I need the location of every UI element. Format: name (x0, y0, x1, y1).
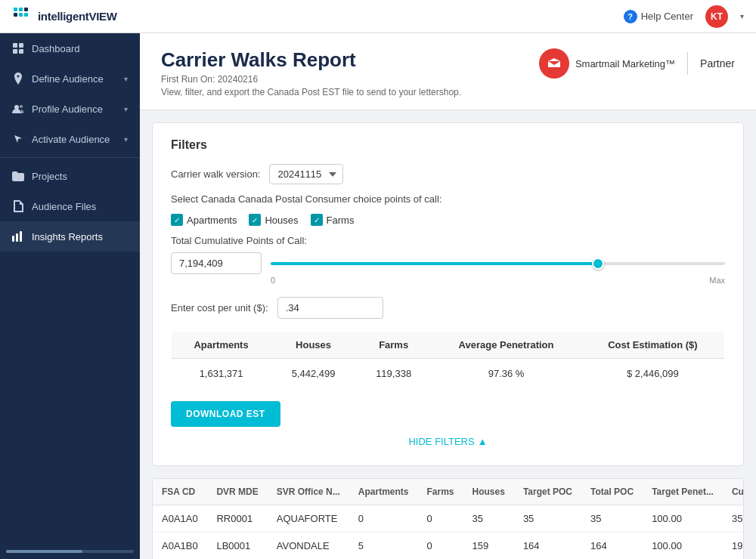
hide-filters-row: HIDE FILTERS ▲ (171, 427, 725, 450)
activate-audience-chevron: ▾ (124, 135, 128, 144)
help-center-button[interactable]: ? Help Center (624, 10, 693, 23)
svg-rect-1 (19, 8, 23, 11)
sidebar-item-insights-reports-label: Insights Reports (32, 231, 128, 242)
col-cum-total: Cum. Total P... (723, 479, 744, 505)
download-est-button[interactable]: DOWNLOAD EST (171, 401, 280, 427)
houses-checkmark: ✓ (252, 216, 258, 224)
summary-table: Apartments Houses Farms Average Penetrat… (171, 331, 725, 389)
slider-thumb[interactable] (592, 258, 604, 270)
cost-input[interactable] (277, 297, 383, 319)
hide-filters-chevron-up: ▲ (478, 436, 488, 447)
sidebar-item-insights-reports[interactable]: Insights Reports (0, 221, 140, 252)
summary-avg-penetration-value: 97.36 % (431, 359, 581, 389)
sidebar-item-define-audience-label: Define Audience (32, 73, 116, 85)
col-fsa-cd: FSA CD (153, 479, 207, 505)
chart-icon (12, 230, 24, 242)
sidebar-item-audience-files-label: Audience Files (32, 201, 128, 212)
summary-col-cost-estimation: Cost Estimation ($) (581, 332, 725, 359)
summary-col-houses: Houses (271, 332, 356, 359)
row1-dvr-mde: RR0001 (207, 505, 267, 533)
help-label: Help Center (641, 11, 693, 22)
user-menu-chevron[interactable]: ▾ (740, 12, 744, 20)
main-layout: Dashboard Define Audience ▾ Profile Audi… (0, 33, 756, 559)
col-total-poc: Total POC (581, 479, 643, 505)
sidebar-item-profile-audience[interactable]: Profile Audience ▾ (0, 94, 140, 124)
table-row: A0A1A0 RR0001 AQUAFORTE 0 0 35 35 35 100… (153, 505, 744, 533)
page-subtitle: View, filter, and export the Canada Post… (161, 87, 461, 97)
folder-icon (12, 170, 24, 182)
checkbox-houses[interactable]: ✓ Houses (249, 214, 298, 226)
user-avatar[interactable]: KT (705, 5, 728, 28)
sidebar-item-define-audience[interactable]: Define Audience ▾ (0, 63, 140, 94)
cost-label: Enter cost per unit ($): (171, 302, 268, 313)
farms-checkbox-box: ✓ (311, 214, 323, 226)
carrier-walk-label: Carrier walk version: (171, 168, 260, 180)
row2-houses: 159 (463, 533, 514, 560)
row2-farms: 0 (417, 533, 463, 560)
row1-target-penet: 100.00 (643, 505, 723, 533)
row2-apartments: 5 (349, 533, 418, 560)
checkbox-apartments[interactable]: ✓ Apartments (171, 214, 237, 226)
user-initials: KT (711, 11, 723, 22)
profile-audience-chevron: ▾ (124, 105, 128, 113)
svg-rect-9 (19, 49, 23, 54)
col-dvr-mde: DVR MDE (207, 479, 267, 505)
app-logo: intelligentVIEW (12, 6, 117, 27)
row1-cum-total: 35 (723, 505, 744, 533)
filters-card: Filters Carrier walk version: 20241115 S… (152, 122, 744, 466)
table-row: A0A1B0 LB0001 AVONDALE 5 0 159 164 164 1… (153, 533, 744, 560)
summary-apartments-value: 1,631,371 (172, 359, 271, 389)
slider-max: Max (709, 276, 725, 285)
row2-fsa-cd: A0A1B0 (153, 533, 207, 560)
svg-rect-5 (24, 13, 28, 17)
col-apartments: Apartments (349, 479, 418, 505)
slider-section: Total Cumulative Points of Call: 0 Max (171, 235, 725, 285)
col-target-poc: Target POC (514, 479, 581, 505)
define-audience-chevron: ▾ (124, 75, 128, 83)
people-icon (12, 103, 24, 115)
top-navigation: intelligentVIEW ? Help Center KT ▾ (0, 0, 756, 33)
page-header: Carrier Walks Report First Run On: 20240… (140, 33, 756, 110)
help-icon: ? (624, 10, 637, 23)
row2-svr-office: AVONDALE (268, 533, 349, 560)
svg-rect-6 (13, 43, 17, 48)
sidebar-item-activate-audience-label: Activate Audience (32, 134, 116, 145)
row2-target-penet: 100.00 (643, 533, 723, 560)
apartments-checkbox-box: ✓ (171, 214, 183, 226)
col-farms: Farms (417, 479, 463, 505)
summary-houses-value: 5,442,499 (271, 359, 356, 389)
smartmail-text: Smartmail Marketing™ (575, 58, 675, 69)
svg-point-15 (545, 54, 563, 73)
svg-rect-14 (20, 231, 22, 242)
summary-col-farms: Farms (356, 332, 431, 359)
partner-label: Partner (700, 57, 735, 69)
svg-rect-2 (24, 8, 28, 11)
row2-total-poc: 164 (581, 533, 643, 560)
slider-track-container[interactable] (271, 256, 725, 271)
top-nav-right: ? Help Center KT ▾ (624, 5, 744, 28)
consumer-choice-label: Select Canada Canada Postal Consumer cho… (171, 193, 442, 205)
slider-value-input[interactable] (171, 252, 262, 274)
sidebar-scroll-indicator (6, 550, 134, 553)
row1-fsa-cd: A0A1A0 (153, 505, 207, 533)
pin-icon (12, 73, 24, 85)
hide-filters-link[interactable]: HIDE FILTERS ▲ (408, 436, 487, 447)
svg-rect-4 (19, 13, 23, 17)
sidebar-scroll-thumb (6, 550, 82, 553)
summary-table-data-row: 1,631,371 5,442,499 119,338 97.36 % $ 2,… (172, 359, 725, 389)
svg-rect-0 (14, 8, 17, 11)
col-houses: Houses (463, 479, 514, 505)
sidebar-item-projects[interactable]: Projects (0, 161, 140, 191)
page-title-block: Carrier Walks Report First Run On: 20240… (161, 48, 461, 97)
checkbox-farms[interactable]: ✓ Farms (311, 214, 355, 226)
summary-farms-value: 119,338 (356, 359, 431, 389)
svg-rect-7 (19, 43, 23, 48)
carrier-walk-select[interactable]: 20241115 (269, 164, 343, 184)
sidebar-item-audience-files[interactable]: Audience Files (0, 191, 140, 221)
consumer-choice-row: Select Canada Canada Postal Consumer cho… (171, 193, 725, 205)
sidebar-item-activate-audience[interactable]: Activate Audience ▾ (0, 124, 140, 154)
sidebar-item-profile-audience-label: Profile Audience (32, 103, 116, 115)
content-area: Carrier Walks Report First Run On: 20240… (140, 33, 756, 559)
sidebar-item-dashboard[interactable]: Dashboard (0, 33, 140, 63)
farms-checkmark: ✓ (314, 216, 320, 224)
